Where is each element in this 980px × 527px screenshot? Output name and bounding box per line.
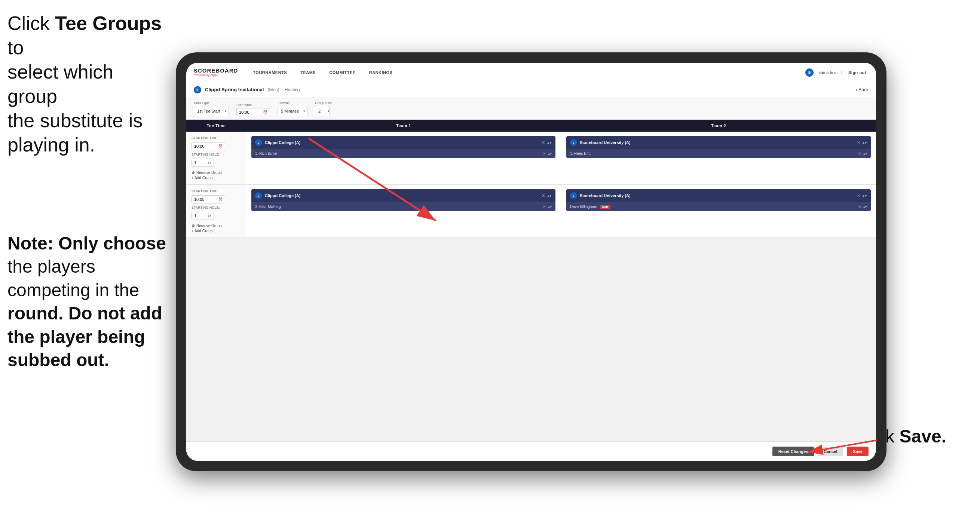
start-time-input[interactable]: 10:00 ⏰ xyxy=(236,108,270,116)
instruction-bold: Tee Groups xyxy=(55,12,162,34)
team1-name-2: Clippd College (A) xyxy=(265,193,539,198)
clock-icon-2: ⏰ xyxy=(218,197,223,201)
settings-row: Start Type 1st Tee Start Start Time 10:0… xyxy=(186,97,876,120)
player-chevron-2-2[interactable]: ▴▾ xyxy=(863,205,867,209)
click-save-bold: Save. xyxy=(900,427,947,446)
nav-committee[interactable]: COMMITTEE xyxy=(327,69,358,76)
user-avatar: B xyxy=(805,68,813,77)
starting-hole-value-2: 1 xyxy=(194,213,196,218)
starting-time-value-2: 10:05 xyxy=(194,197,205,202)
player-actions-2-2: ✕ ▴▾ xyxy=(858,205,867,209)
save-button[interactable]: Save xyxy=(847,447,869,456)
start-type-select-wrapper[interactable]: 1st Tee Start xyxy=(194,106,229,116)
stepper-icon-2: ▴▾ xyxy=(208,214,212,218)
team1-x-1[interactable]: ✕ xyxy=(542,140,545,145)
team1-chevron-1[interactable]: ▴▾ xyxy=(547,140,552,145)
instruction-line1: Click xyxy=(8,12,55,34)
trash-icon-2: 🗑 xyxy=(191,224,195,228)
starting-time-input-2[interactable]: 10:05 ⏰ xyxy=(191,195,225,204)
team2-header-1: S Scoreboard University (A) ✕ ▴▾ xyxy=(566,136,871,149)
header-team2: Team 2 xyxy=(561,120,876,132)
player-x-1-1[interactable]: ✕ xyxy=(543,151,546,156)
user-name: blair admin xyxy=(817,70,837,75)
start-time-value: 10:00 xyxy=(239,110,250,115)
intervals-field: Intervals 5 Minutes xyxy=(278,101,307,116)
breadcrumb-icon: B xyxy=(194,86,201,94)
player-name-1-2: 2. Blair McHarg xyxy=(255,205,540,209)
table-row: STARTING TIME: 10:05 ⏰ STARTING HOLE: 1 … xyxy=(186,185,876,238)
player-chevron-1-2[interactable]: ▴▾ xyxy=(548,205,552,209)
nav-tournaments[interactable]: TOURNAMENTS xyxy=(251,69,289,76)
instruction-line5: playing in. xyxy=(8,134,95,156)
add-group-btn-2[interactable]: + Add Group xyxy=(191,229,240,233)
add-group-label-2: + Add Group xyxy=(191,229,212,233)
team2-x-2[interactable]: ✕ xyxy=(857,193,860,198)
sign-out-link[interactable]: Sign out xyxy=(846,69,869,76)
starting-hole-label-2: STARTING HOLE: xyxy=(191,206,240,209)
player-actions-1-1: ✕ ▴▾ xyxy=(543,151,552,156)
player-row-1-1: 1. Rich Butler ✕ ▴▾ xyxy=(251,149,555,158)
team2-col-1: S Scoreboard University (A) ✕ ▴▾ 1. Rees… xyxy=(561,132,876,185)
tablet-device: SCOREBOARD Powered by clippd TOURNAMENTS… xyxy=(176,53,886,471)
logo: SCOREBOARD Powered by clippd xyxy=(194,68,238,77)
nav-rankings[interactable]: RANKINGS xyxy=(367,69,395,76)
table-area: STARTING TIME: 10:00 ⏰ STARTING HOLE: 1 … xyxy=(186,132,876,455)
player-x-1-2[interactable]: ✕ xyxy=(543,205,546,209)
add-group-btn-1[interactable]: + Add Group xyxy=(191,176,240,180)
start-type-field: Start Type 1st Tee Start xyxy=(194,101,229,116)
team1-col-2: C Clippd College (A) ✕ ▴▾ 2. Blair McHar… xyxy=(246,185,561,237)
group-size-select[interactable]: 2 xyxy=(315,106,329,116)
start-time-label: Start Time xyxy=(236,103,270,107)
starting-hole-input-2[interactable]: 1 ▴▾ xyxy=(191,212,214,220)
instruction-text: Click Tee Groups to select which group t… xyxy=(8,11,165,157)
navbar: SCOREBOARD Powered by clippd TOURNAMENTS… xyxy=(186,63,876,82)
team1-chevron-2[interactable]: ▴▾ xyxy=(547,193,552,198)
start-type-select[interactable]: 1st Tee Start xyxy=(194,106,229,116)
table-header: Tee Time Team 1 Team 2 xyxy=(186,120,876,132)
start-time-field: Start Time 10:00 ⏰ xyxy=(236,103,270,116)
breadcrumb-sub: (Men) xyxy=(267,87,279,92)
team1-card-2: C Clippd College (A) ✕ ▴▾ 2. Blair McHar… xyxy=(251,189,555,211)
note-text4: round. Do not add xyxy=(8,303,162,323)
player-chevron-1-1[interactable]: ▴▾ xyxy=(548,151,552,156)
starting-hole-input-1[interactable]: 1 ▴▾ xyxy=(191,159,214,167)
group-size-select-wrapper[interactable]: 2 xyxy=(315,106,332,116)
player-chevron-2-1[interactable]: ▴▾ xyxy=(863,151,867,156)
sub-badge: SUB xyxy=(600,205,610,209)
clock-icon: ⏰ xyxy=(263,110,267,115)
note-text3: competing in the xyxy=(8,280,139,300)
remove-group-btn-1[interactable]: 🗑 Remove Group xyxy=(191,170,240,175)
team1-header-2: C Clippd College (A) ✕ ▴▾ xyxy=(251,189,555,202)
bottom-bar: Reset Changes Cancel Save xyxy=(186,441,876,461)
breadcrumb-back[interactable]: ‹ Back xyxy=(856,87,869,92)
team2-name-2: Scoreboard University (A) xyxy=(580,193,854,198)
team1-actions-2: ✕ ▴▾ xyxy=(542,193,552,198)
group-time-col-2: STARTING TIME: 10:05 ⏰ STARTING HOLE: 1 … xyxy=(186,185,246,237)
team2-chevron-1[interactable]: ▴▾ xyxy=(862,140,867,145)
team2-x-1[interactable]: ✕ xyxy=(857,140,860,145)
intervals-select-wrapper[interactable]: 5 Minutes xyxy=(278,106,307,116)
reset-changes-button[interactable]: Reset Changes xyxy=(772,447,814,456)
team2-chevron-2[interactable]: ▴▾ xyxy=(862,193,867,198)
player-x-2-1[interactable]: ✕ xyxy=(858,151,861,156)
intervals-select[interactable]: 5 Minutes xyxy=(278,106,307,116)
nav-teams[interactable]: TEAMS xyxy=(298,69,318,76)
cancel-button[interactable]: Cancel xyxy=(818,447,843,456)
note-text1: Only choose xyxy=(58,233,166,253)
team1-col-1: C Clippd College (A) ✕ ▴▾ 1. Rich Butler… xyxy=(246,132,561,185)
starting-time-label-1: STARTING TIME: xyxy=(191,136,240,140)
remove-group-btn-2[interactable]: 🗑 Remove Group xyxy=(191,224,240,228)
remove-group-label-1: Remove Group xyxy=(196,170,222,175)
player-row-1-2: 2. Blair McHarg ✕ ▴▾ xyxy=(251,202,555,211)
team1-actions-1: ✕ ▴▾ xyxy=(542,140,552,145)
team1-x-2[interactable]: ✕ xyxy=(542,193,545,198)
player-row-2-2: Dave Billingham SUB ✕ ▴▾ xyxy=(566,202,871,211)
starting-hole-value-1: 1 xyxy=(194,161,196,165)
trash-icon-1: 🗑 xyxy=(191,170,195,175)
player-x-2-2[interactable]: ✕ xyxy=(858,205,861,209)
note-text: Note: Only choose the players competing … xyxy=(8,232,166,372)
starting-time-input-1[interactable]: 10:00 ⏰ xyxy=(191,142,225,150)
table-row: STARTING TIME: 10:00 ⏰ STARTING HOLE: 1 … xyxy=(186,132,876,185)
player-name-2-2: Dave Billingham SUB xyxy=(570,205,855,209)
team1-icon-1: C xyxy=(255,139,262,146)
